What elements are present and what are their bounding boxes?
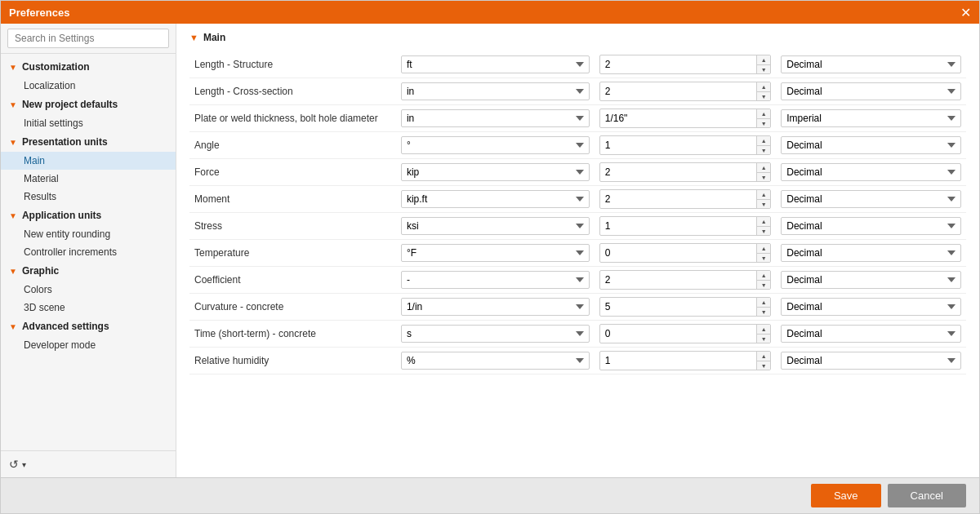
- sidebar-group-customization[interactable]: ▼ Customization: [1, 57, 176, 77]
- spinner-up-button[interactable]: ▲: [757, 244, 770, 253]
- spinner-up-button[interactable]: ▲: [757, 82, 770, 91]
- number-input-wrapper: ▲▼: [599, 243, 772, 263]
- save-button[interactable]: Save: [811, 484, 881, 507]
- sidebar-item-colors[interactable]: Colors: [1, 281, 176, 299]
- arrow-icon: ▼: [9, 138, 17, 147]
- spinner-down-button[interactable]: ▼: [757, 172, 770, 181]
- sidebar-nav: ▼ Customization Localization ▼ New proje…: [1, 54, 176, 450]
- value-input[interactable]: [600, 191, 757, 207]
- spinner-down-button[interactable]: ▼: [757, 334, 770, 343]
- format-select[interactable]: Decimal: [781, 325, 961, 343]
- format-select[interactable]: Decimal: [781, 55, 961, 73]
- format-select[interactable]: Decimal: [781, 136, 961, 154]
- sidebar-item-results[interactable]: Results: [1, 188, 176, 206]
- sidebar-group-presentation-units[interactable]: ▼ Presentation units: [1, 132, 176, 152]
- table-row: Angle°▲▼Decimal: [189, 132, 966, 159]
- table-row: Temperature°F▲▼Decimal: [189, 240, 966, 267]
- bottom-bar: Save Cancel: [1, 477, 979, 513]
- unit-select[interactable]: s: [401, 325, 590, 343]
- unit-select[interactable]: %: [401, 352, 590, 370]
- spinner-up-button[interactable]: ▲: [757, 163, 770, 172]
- unit-select[interactable]: kip.ft: [401, 190, 590, 208]
- value-input[interactable]: [600, 110, 757, 126]
- section-title: Main: [203, 32, 225, 43]
- spinner-up-button[interactable]: ▲: [757, 298, 770, 307]
- spinner-down-button[interactable]: ▼: [757, 145, 770, 154]
- number-input-wrapper: ▲▼: [599, 55, 772, 74]
- footer-arrow-icon[interactable]: ▾: [22, 460, 26, 469]
- value-input[interactable]: [600, 352, 757, 369]
- value-input[interactable]: [600, 272, 757, 288]
- format-select[interactable]: Decimal: [781, 244, 961, 262]
- sidebar-item-localization[interactable]: Localization: [1, 77, 176, 95]
- value-input[interactable]: [600, 137, 757, 153]
- spinner-up-button[interactable]: ▲: [757, 190, 770, 199]
- format-select[interactable]: Decimal: [781, 163, 961, 181]
- row-label: Moment: [189, 186, 396, 213]
- unit-select[interactable]: °: [401, 136, 590, 154]
- spinner-up-button[interactable]: ▲: [757, 325, 770, 334]
- table-row: Forcekip▲▼Decimal: [189, 159, 966, 186]
- unit-select[interactable]: -: [401, 271, 590, 289]
- sidebar-item-main[interactable]: Main: [1, 152, 176, 170]
- value-input[interactable]: [600, 56, 757, 73]
- close-button[interactable]: ✕: [960, 5, 971, 20]
- unit-select[interactable]: 1/in: [401, 298, 590, 316]
- spinner-down-button[interactable]: ▼: [757, 307, 770, 316]
- sidebar-item-developer-mode[interactable]: Developer mode: [1, 336, 176, 354]
- format-select[interactable]: Decimal: [781, 298, 961, 316]
- value-input[interactable]: [600, 245, 757, 261]
- sidebar-item-initial-settings[interactable]: Initial settings: [1, 114, 176, 132]
- reset-icon[interactable]: ↺: [9, 458, 19, 471]
- sidebar-group-label: Customization: [22, 61, 90, 73]
- number-input-wrapper: ▲▼: [599, 324, 772, 343]
- number-input-wrapper: ▲▼: [599, 109, 772, 128]
- sidebar-item-new-entity-rounding[interactable]: New entity rounding: [1, 225, 176, 243]
- unit-select[interactable]: ft: [401, 55, 590, 73]
- spinner-up-button[interactable]: ▲: [757, 217, 770, 226]
- sidebar-item-controller-increments[interactable]: Controller increments: [1, 243, 176, 261]
- spinner-down-button[interactable]: ▼: [757, 64, 770, 73]
- spinner-up-button[interactable]: ▲: [757, 271, 770, 280]
- spinner-down-button[interactable]: ▼: [757, 280, 770, 289]
- format-select[interactable]: Decimal: [781, 352, 961, 370]
- spinner-down-button[interactable]: ▼: [757, 253, 770, 262]
- table-row: Curvature - concrete1/in▲▼Decimal: [189, 294, 966, 321]
- spinner-up-button[interactable]: ▲: [757, 352, 770, 361]
- preferences-window: Preferences ✕ ▼ Customization Localizati…: [0, 0, 980, 514]
- row-label: Plate or weld thickness, bolt hole diame…: [189, 105, 396, 132]
- value-input[interactable]: [600, 164, 757, 180]
- format-select[interactable]: Decimal: [781, 271, 961, 289]
- search-input[interactable]: [7, 29, 169, 48]
- sidebar-item-3d-scene[interactable]: 3D scene: [1, 299, 176, 317]
- unit-select[interactable]: in: [401, 82, 590, 100]
- unit-select[interactable]: in: [401, 109, 590, 127]
- format-select[interactable]: Decimal: [781, 217, 961, 235]
- settings-table: Length - Structureft▲▼DecimalLength - Cr…: [189, 51, 966, 374]
- sidebar-group-graphic[interactable]: ▼ Graphic: [1, 261, 176, 281]
- value-input[interactable]: [600, 218, 757, 234]
- sidebar-group-application-units[interactable]: ▼ Application units: [1, 206, 176, 225]
- arrow-icon: ▼: [9, 63, 17, 72]
- spinner-up-button[interactable]: ▲: [757, 55, 770, 64]
- format-select[interactable]: Decimal: [781, 190, 961, 208]
- sidebar-item-material[interactable]: Material: [1, 170, 176, 188]
- value-input[interactable]: [600, 83, 757, 100]
- spinner-up-button[interactable]: ▲: [757, 109, 770, 118]
- spinner-down-button[interactable]: ▼: [757, 199, 770, 208]
- spinner-down-button[interactable]: ▼: [757, 91, 770, 100]
- unit-select[interactable]: °F: [401, 244, 590, 262]
- sidebar-group-new-project-defaults[interactable]: ▼ New project defaults: [1, 95, 176, 114]
- value-input[interactable]: [600, 299, 757, 315]
- spinner-up-button[interactable]: ▲: [757, 136, 770, 145]
- value-input[interactable]: [600, 326, 757, 342]
- spinner-down-button[interactable]: ▼: [757, 361, 770, 370]
- sidebar-group-advanced-settings[interactable]: ▼ Advanced settings: [1, 317, 176, 336]
- format-select[interactable]: Decimal: [781, 82, 961, 100]
- cancel-button[interactable]: Cancel: [888, 484, 966, 507]
- format-select[interactable]: Imperial: [781, 109, 961, 127]
- spinner-down-button[interactable]: ▼: [757, 118, 770, 127]
- unit-select[interactable]: kip: [401, 163, 590, 181]
- spinner-down-button[interactable]: ▼: [757, 226, 770, 235]
- unit-select[interactable]: ksi: [401, 217, 590, 235]
